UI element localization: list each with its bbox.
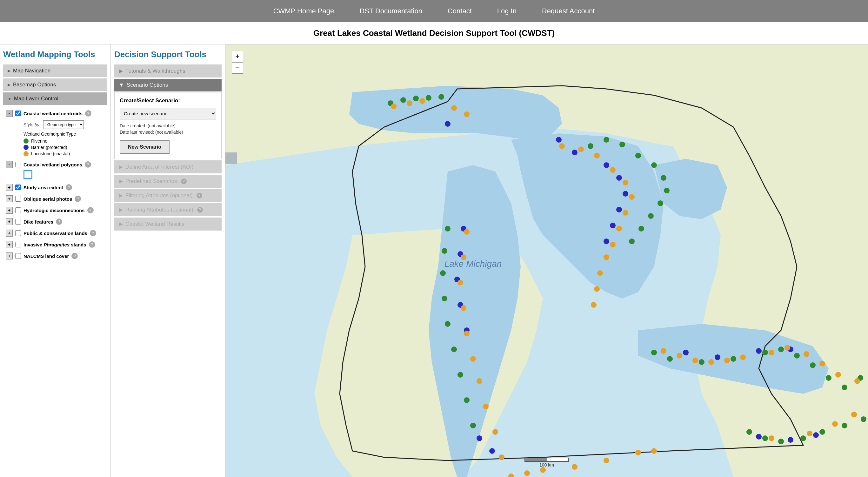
svg-point-43 <box>861 416 866 422</box>
checkbox-phragmites[interactable] <box>15 242 21 247</box>
info-icon-centroids[interactable]: ? <box>85 110 91 117</box>
toggle-minus-polygons[interactable]: - <box>6 161 13 168</box>
checkbox-dike[interactable] <box>15 219 21 225</box>
map-navigation-header[interactable]: ▶ Map Navigation <box>3 64 107 77</box>
ranking-attributes-header[interactable]: ▶ Ranking Attributes (optional) ? <box>114 203 222 216</box>
info-icon-predefined[interactable]: ? <box>181 178 187 184</box>
info-icon-filtering[interactable]: ? <box>196 193 202 199</box>
svg-point-105 <box>835 372 841 378</box>
nav-cwmp-home[interactable]: CWMP Home Page <box>273 7 334 15</box>
layer-label-study-area: Study area extent <box>24 185 63 190</box>
svg-point-39 <box>778 439 784 444</box>
svg-point-3 <box>413 96 419 101</box>
svg-point-96 <box>677 353 682 359</box>
checkbox-conservation[interactable] <box>15 230 21 236</box>
svg-point-60 <box>683 350 689 355</box>
svg-point-25 <box>470 423 476 428</box>
checkbox-polygons[interactable] <box>15 162 21 167</box>
layer-item-conservation: + Public & conservation lands ? <box>4 228 106 239</box>
decision-support-tools-heading: Decision Support Tools <box>114 50 222 59</box>
info-icon-dike[interactable]: ? <box>56 218 62 225</box>
filtering-attributes-header[interactable]: ▶ Filtering Attributes (optional) ? <box>114 189 222 202</box>
info-icon-nalcms[interactable]: ? <box>71 253 78 259</box>
checkbox-oblique[interactable] <box>15 196 21 202</box>
scenario-select-dropdown[interactable]: Create new scenario... <box>120 108 216 119</box>
polygon-legend <box>4 170 106 182</box>
info-icon-oblique[interactable]: ? <box>74 196 81 202</box>
toggle-minus-centroids[interactable]: - <box>6 110 13 117</box>
svg-point-100 <box>740 354 746 360</box>
toggle-plus-dike[interactable]: + <box>6 218 13 225</box>
svg-point-65 <box>788 437 794 443</box>
svg-point-88 <box>461 305 466 311</box>
create-select-heading: Create/Select Scenario: <box>120 97 216 104</box>
zoom-in-button[interactable]: + <box>232 51 243 62</box>
toggle-plus-conservation[interactable]: + <box>6 230 13 237</box>
dot-blue-icon <box>24 145 29 150</box>
toggle-plus-study-area[interactable]: + <box>6 184 13 191</box>
info-icon-study-area[interactable]: ? <box>66 184 72 190</box>
svg-point-6 <box>588 143 593 149</box>
info-icon-conservation[interactable]: ? <box>90 230 96 236</box>
date-revised: Date last revised: (not available) <box>120 129 216 135</box>
new-scenario-button[interactable]: New Scenario <box>120 140 169 154</box>
title-text: Great Lakes Coastal Wetland Decision Sup… <box>313 28 555 38</box>
info-icon-ranking[interactable]: ? <box>197 207 203 213</box>
filtering-attributes-section: ▶ Filtering Attributes (optional) ? <box>114 189 222 202</box>
basemap-options-header[interactable]: ▶ Basemap Options <box>3 79 107 91</box>
zoom-out-button[interactable]: − <box>232 62 243 74</box>
wetland-mapping-tools-heading: Wetland Mapping Tools <box>3 50 107 59</box>
svg-point-99 <box>724 358 730 363</box>
map-nav-panel[interactable] <box>225 152 237 164</box>
layer-label-centroids: Coastal wetland centroids <box>24 111 83 116</box>
map-layer-control-header[interactable]: ▼ Map Layer Control <box>3 92 107 105</box>
svg-point-2 <box>400 97 406 103</box>
predefined-scenarios-header[interactable]: ▶ Predefined Scenarios ? <box>114 175 222 188</box>
svg-point-115 <box>807 430 812 436</box>
nav-request-account[interactable]: Request Account <box>542 7 595 15</box>
geomorph-title[interactable]: Wetland Geomorphic Type <box>24 131 105 137</box>
basemap-options-section: ▶ Basemap Options <box>3 79 107 91</box>
nav-login[interactable]: Log In <box>497 7 517 15</box>
map-layer-control-section: ▼ Map Layer Control - Coastal wetland ce… <box>3 92 107 264</box>
layer-label-conservation: Public & conservation lands <box>24 231 87 236</box>
toggle-plus-hydro[interactable]: + <box>6 207 13 214</box>
map-layer-control-label: Map Layer Control <box>14 96 58 102</box>
toggle-plus-oblique[interactable]: + <box>6 195 13 202</box>
info-icon-polygons[interactable]: ? <box>85 161 91 168</box>
scale-bar-label: 100 km <box>539 463 554 468</box>
checkbox-hydro[interactable] <box>15 207 21 213</box>
info-icon-phragmites[interactable]: ? <box>89 241 95 248</box>
arrow-icon: ▶ <box>8 68 10 73</box>
tutorials-header[interactable]: ▶ Tutorials & Walkthroughs <box>114 64 222 78</box>
toggle-plus-nalcms[interactable]: + <box>6 252 13 260</box>
style-by-select[interactable]: Geomorph type <box>43 120 84 129</box>
scenario-options-header[interactable]: ▼ Scenario Options <box>114 79 222 91</box>
nav-contact[interactable]: Contact <box>448 7 472 15</box>
svg-point-94 <box>499 454 504 460</box>
svg-point-51 <box>610 222 616 228</box>
define-aoi-header[interactable]: ▶ Define Area of Interest (AOI) <box>114 160 222 173</box>
map-panel[interactable]: Lake Michigan + − 100 km <box>225 44 868 477</box>
layer-label-phragmites: Invasive Phragmites stands <box>24 242 86 247</box>
layer-list: - Coastal wetland centroids ? Style by: … <box>3 106 107 264</box>
info-icon-hydro[interactable]: ? <box>87 207 94 213</box>
svg-point-80 <box>610 242 616 247</box>
svg-point-10 <box>651 162 657 168</box>
nav-dst-docs[interactable]: DST Documentation <box>360 7 422 15</box>
layer-item-oblique: + Oblique aerial photos ? <box>4 193 106 205</box>
checkbox-centroids[interactable] <box>15 111 21 116</box>
checkbox-nalcms[interactable] <box>15 253 21 259</box>
tutorials-section: ▶ Tutorials & Walkthroughs <box>114 64 222 78</box>
coastal-wetland-results-section: ▶ Coastal Wetland Results <box>114 217 222 231</box>
svg-point-31 <box>778 347 784 352</box>
svg-point-26 <box>651 350 657 355</box>
coastal-wetland-results-header[interactable]: ▶ Coastal Wetland Results <box>114 217 222 231</box>
layer-item-dike: + Dike features ? <box>4 216 106 228</box>
toggle-plus-phragmites[interactable]: + <box>6 241 13 248</box>
checkbox-study-area[interactable] <box>15 184 21 190</box>
svg-point-113 <box>651 448 657 454</box>
coastal-wetland-results-label: Coastal Wetland Results <box>125 221 184 228</box>
svg-point-35 <box>842 385 847 390</box>
svg-point-117 <box>851 412 857 417</box>
